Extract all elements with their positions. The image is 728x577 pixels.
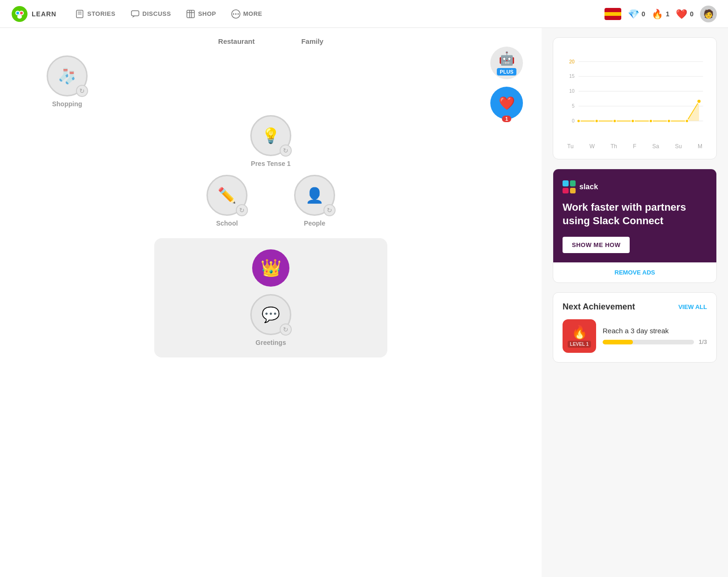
heart-icon: ❤️ bbox=[499, 96, 515, 111]
svg-text:20: 20 bbox=[569, 59, 575, 64]
logo-icon bbox=[11, 6, 28, 22]
restaurant-label: Restaurant bbox=[218, 37, 254, 45]
view-all-link[interactable]: VIEW ALL bbox=[678, 303, 707, 310]
pres-tense-circle: 💡 bbox=[250, 115, 291, 156]
chart-x-m: M bbox=[698, 143, 702, 150]
nav-shop-label: SHOP bbox=[198, 10, 216, 17]
trophy-icon: 👑 bbox=[261, 258, 282, 278]
people-node[interactable]: 👤 People bbox=[294, 175, 335, 227]
side-badges: 🤖 PLUS ❤️ 1 bbox=[490, 47, 523, 119]
ad-cta-button[interactable]: SHOW ME HOW bbox=[563, 237, 630, 253]
svg-point-36 bbox=[697, 99, 701, 103]
badge-level: LEVEL 1 bbox=[568, 341, 591, 348]
ad-card: slack Work faster with partners using Sl… bbox=[553, 169, 717, 283]
svg-point-15 bbox=[235, 13, 236, 14]
chart-card: 20 15 10 5 0 bbox=[553, 37, 717, 159]
achievement-info: Reach a 3 day streak 1/3 bbox=[603, 327, 707, 345]
achievement-title: Next Achievement bbox=[563, 302, 635, 312]
achievement-badge: 🔥 LEVEL 1 bbox=[563, 319, 596, 353]
people-label: People bbox=[304, 220, 325, 227]
svg-point-32 bbox=[631, 119, 634, 123]
svg-point-35 bbox=[686, 119, 689, 123]
svg-point-33 bbox=[649, 119, 652, 123]
stories-icon bbox=[75, 9, 84, 19]
plus-label: PLUS bbox=[497, 68, 516, 76]
logo-text: LEARN bbox=[32, 10, 56, 18]
user-avatar[interactable]: 🧑 bbox=[700, 6, 717, 22]
svg-rect-9 bbox=[131, 11, 139, 16]
heart-badge[interactable]: ❤️ 1 bbox=[490, 87, 523, 119]
navigation: LEARN STORIES DISCUSS SHOP MORE 💎 0 🔥 1 … bbox=[0, 0, 728, 28]
heart-count: 1 bbox=[502, 116, 511, 122]
shopping-icon: 🧦 bbox=[58, 67, 76, 85]
plus-badge[interactable]: 🤖 PLUS bbox=[490, 47, 523, 79]
streak-counter[interactable]: 🔥 1 bbox=[652, 8, 669, 20]
language-flag[interactable] bbox=[604, 8, 621, 20]
right-column: 20 15 10 5 0 bbox=[542, 28, 728, 577]
greetings-icon: 💬 bbox=[261, 306, 280, 323]
svg-point-4 bbox=[20, 12, 23, 14]
svg-point-16 bbox=[237, 13, 239, 14]
school-label: School bbox=[216, 220, 238, 227]
school-node[interactable]: ✏️ School bbox=[206, 175, 247, 227]
chart-x-su: Su bbox=[675, 143, 682, 150]
svg-point-5 bbox=[17, 15, 22, 19]
badge-flame-icon: 🔥 bbox=[571, 324, 588, 340]
slack-icon bbox=[563, 180, 576, 193]
hearts-counter[interactable]: ❤️ 0 bbox=[676, 8, 694, 20]
gems-icon: 💎 bbox=[628, 8, 639, 20]
achievement-header: Next Achievement VIEW ALL bbox=[563, 302, 707, 312]
svg-point-30 bbox=[595, 119, 598, 123]
achievement-progress: 1/3 bbox=[603, 338, 707, 345]
achievement-desc: Reach a 3 day streak bbox=[603, 327, 707, 335]
discuss-icon bbox=[130, 9, 140, 19]
chart-x-w: W bbox=[590, 143, 595, 150]
chart-x-tu: Tu bbox=[567, 143, 574, 150]
svg-point-34 bbox=[667, 119, 671, 123]
svg-point-29 bbox=[577, 119, 580, 123]
chart-svg: 20 15 10 5 0 bbox=[563, 47, 707, 140]
trophy-node[interactable]: 👑 bbox=[252, 249, 289, 287]
greetings-node[interactable]: 💬 Greetings bbox=[250, 294, 291, 346]
logo-link[interactable]: LEARN bbox=[11, 6, 56, 22]
lessons-column: Restaurant Family 🤖 PLUS ❤️ 1 🧦 Shopping bbox=[0, 28, 542, 577]
svg-marker-28 bbox=[578, 101, 699, 121]
people-circle: 👤 bbox=[294, 175, 335, 216]
shopping-node[interactable]: 🧦 Shopping bbox=[47, 55, 88, 108]
slack-logo: slack bbox=[563, 180, 707, 193]
slack-text: slack bbox=[579, 183, 598, 191]
greetings-label: Greetings bbox=[255, 339, 286, 346]
greetings-circle: 💬 bbox=[250, 294, 291, 335]
svg-point-3 bbox=[16, 12, 19, 14]
nav-stories-label: STORIES bbox=[87, 10, 115, 17]
nav-stories[interactable]: STORIES bbox=[75, 9, 115, 19]
progress-bar-bg bbox=[603, 340, 694, 344]
pres-tense-icon: 💡 bbox=[261, 127, 280, 144]
svg-text:10: 10 bbox=[569, 89, 575, 94]
chart-area: 20 15 10 5 0 bbox=[563, 47, 707, 150]
pres-tense-node[interactable]: 💡 Pres Tense 1 bbox=[250, 115, 291, 167]
school-circle: ✏️ bbox=[206, 175, 247, 216]
progress-text: 1/3 bbox=[699, 338, 707, 345]
svg-rect-10 bbox=[187, 10, 194, 18]
ad-title: Work faster with partners using Slack Co… bbox=[563, 201, 707, 227]
streak-icon: 🔥 bbox=[652, 8, 663, 20]
people-icon: 👤 bbox=[305, 186, 324, 204]
shop-icon bbox=[186, 9, 195, 19]
remove-ads-link[interactable]: REMOVE ADS bbox=[553, 262, 716, 282]
svg-text:0: 0 bbox=[572, 118, 575, 124]
main-content: Restaurant Family 🤖 PLUS ❤️ 1 🧦 Shopping bbox=[0, 28, 728, 577]
progress-bar-fill bbox=[603, 340, 633, 344]
nav-discuss[interactable]: DISCUSS bbox=[130, 9, 171, 19]
family-label: Family bbox=[301, 37, 323, 45]
hearts-count: 0 bbox=[690, 10, 694, 18]
nav-shop[interactable]: SHOP bbox=[186, 9, 216, 19]
locked-section: 👑 💬 Greetings bbox=[154, 238, 387, 357]
more-icon bbox=[231, 9, 240, 19]
gems-counter[interactable]: 💎 0 bbox=[628, 8, 646, 20]
shopping-label: Shopping bbox=[52, 100, 82, 108]
nav-more[interactable]: MORE bbox=[231, 9, 262, 19]
nav-discuss-label: DISCUSS bbox=[143, 10, 171, 17]
robot-icon: 🤖 bbox=[499, 51, 515, 66]
pres-tense-label: Pres Tense 1 bbox=[251, 160, 290, 167]
